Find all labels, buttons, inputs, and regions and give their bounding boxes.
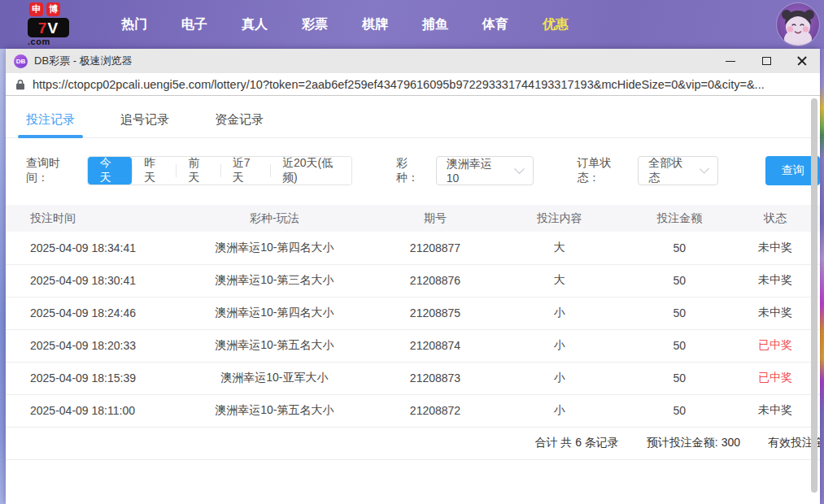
logo-7v: 7 V	[28, 18, 69, 37]
cell-amount: 50	[629, 264, 730, 297]
cell-issue: 21208876	[380, 264, 490, 297]
cell-content: 小	[490, 362, 629, 394]
table-row: 2025-04-09 18:34:41 澳洲幸运10-第四名大小 2120887…	[6, 232, 820, 264]
browser-address-bar[interactable]: https://ctopcp02pcali.uengi5e.com/lotter…	[6, 73, 820, 96]
cell-status: 已中奖	[730, 362, 820, 394]
site-logo[interactable]: 申 博 7 V .com	[28, 2, 75, 46]
nav-item-sports[interactable]: 体育	[471, 16, 520, 33]
chevron-down-icon	[700, 163, 709, 173]
tab-label: 追号记录	[120, 112, 169, 128]
nav-item-promos[interactable]: 优惠	[531, 16, 580, 33]
cell-issue: 21208873	[380, 362, 490, 394]
cell-issue: 21208875	[380, 297, 490, 329]
table-header-row: 投注时间 彩种-玩法 期号 投注内容 投注金额 状态	[6, 205, 820, 232]
cell-game: 澳洲幸运10-亚军大小	[168, 362, 380, 394]
close-button[interactable]	[784, 49, 820, 73]
window-controls	[713, 49, 820, 73]
tab-chase-records[interactable]: 追号记录	[120, 102, 169, 137]
cell-issue: 21208877	[380, 232, 490, 264]
logo-com-suffix: .com	[28, 37, 75, 46]
cell-time: 2025-04-09 18:11:00	[6, 394, 168, 427]
minimize-icon	[726, 61, 735, 62]
col-header-status: 状态	[730, 205, 820, 232]
window-title: DB彩票 - 极速浏览器	[34, 54, 133, 68]
cell-status: 未中奖	[730, 394, 820, 427]
browser-title-bar[interactable]: DB DB彩票 - 极速浏览器	[6, 49, 820, 73]
cell-amount: 50	[629, 394, 730, 427]
cell-amount: 50	[629, 329, 730, 362]
nav-item-slots[interactable]: 电子	[170, 16, 219, 33]
logo-vee: V	[47, 20, 59, 36]
time-option-daybefore[interactable]: 前天	[176, 157, 220, 185]
logo-badge-2: 博	[46, 2, 60, 16]
cell-amount: 50	[629, 232, 730, 264]
cell-content: 小	[490, 394, 629, 427]
cell-time: 2025-04-09 18:20:33	[6, 329, 168, 362]
cell-content: 大	[490, 232, 629, 264]
col-header-amount: 投注金额	[629, 205, 730, 232]
order-status-select[interactable]: 全部状态	[638, 156, 718, 185]
logo-badges: 申 博	[28, 2, 75, 16]
cell-issue: 21208872	[380, 394, 490, 427]
cell-time: 2025-04-09 18:30:41	[6, 264, 168, 297]
time-option-yesterday[interactable]: 昨天	[132, 157, 176, 185]
cell-content: 大	[490, 264, 629, 297]
tab-fund-records[interactable]: 资金记录	[215, 102, 264, 137]
cell-status: 未中奖	[730, 264, 820, 297]
logo-seven: 7	[38, 20, 48, 36]
ssl-lock-icon	[15, 79, 25, 90]
table-row: 2025-04-09 18:30:41 澳洲幸运10-第三名大小 2120887…	[6, 264, 820, 297]
summary-expected-amount: 预计投注金额: 300	[647, 436, 740, 450]
time-option-today[interactable]: 今天	[88, 157, 132, 185]
avatar-cartoon-image	[777, 3, 819, 46]
nav-item-fishing[interactable]: 捕鱼	[411, 16, 460, 33]
col-header-time: 投注时间	[6, 205, 168, 232]
time-range-group: 今天 昨天 前天 近7天 近20天(低频)	[87, 156, 353, 185]
lottery-type-value: 澳洲幸运10	[447, 157, 504, 185]
cell-status: 未中奖	[730, 232, 820, 264]
maximize-button[interactable]	[748, 49, 784, 73]
nav-item-live[interactable]: 真人	[230, 16, 279, 33]
table-row: 2025-04-09 18:11:00 澳洲幸运10-第五名大小 2120887…	[6, 394, 820, 427]
lottery-type-label: 彩种：	[396, 156, 428, 185]
user-avatar[interactable]	[777, 3, 819, 46]
cell-issue: 21208874	[380, 329, 490, 362]
cell-game: 澳洲幸运10-第三名大小	[168, 264, 380, 297]
bet-records-table: 投注时间 彩种-玩法 期号 投注内容 投注金额 状态 2025-04-09 18…	[6, 205, 820, 428]
lottery-type-select[interactable]: 澳洲幸运10	[436, 156, 534, 185]
nav-item-cards[interactable]: 棋牌	[351, 16, 399, 33]
filter-bar: 查询时间： 今天 昨天 前天 近7天 近20天(低频) 彩种： 澳洲幸运10 订…	[26, 156, 820, 185]
cell-status: 已中奖	[730, 329, 820, 362]
logo-badge-1: 申	[29, 2, 43, 16]
nav-item-hot[interactable]: 热门	[110, 16, 159, 33]
browser-window: DB DB彩票 - 极速浏览器 https://ctopcp02pcali.ue…	[6, 49, 820, 504]
url-text[interactable]: https://ctopcp02pcali.uengi5e.com/lotter…	[33, 78, 765, 91]
time-option-20days[interactable]: 近20天(低频)	[270, 157, 351, 185]
time-option-7days[interactable]: 近7天	[220, 157, 270, 185]
cell-content: 小	[490, 297, 629, 329]
cell-game: 澳洲幸运10-第四名大小	[168, 297, 380, 329]
cell-time: 2025-04-09 18:34:41	[6, 232, 168, 264]
cell-time: 2025-04-09 18:15:39	[6, 362, 168, 394]
background-page-edge-left	[0, 49, 6, 504]
table-summary-row: 合计 共 6 条记录 预计投注金额: 300 有效投注金	[6, 428, 820, 460]
record-tabs: 投注记录 追号记录 资金记录	[6, 102, 820, 138]
table-row: 2025-04-09 18:24:46 澳洲幸运10-第四名大小 2120887…	[6, 297, 820, 329]
close-icon	[797, 56, 807, 66]
site-top-bar: 申 博 7 V .com 热门 电子 真人 彩票 棋牌 捕鱼 体育 优惠	[0, 0, 824, 49]
order-status-value: 全部状态	[648, 156, 690, 185]
minimize-button[interactable]	[713, 49, 748, 73]
summary-total-records: 合计 共 6 条记录	[534, 436, 618, 450]
cell-amount: 50	[629, 297, 730, 329]
col-header-game: 彩种-玩法	[168, 205, 380, 232]
table-row: 2025-04-09 18:20:33 澳洲幸运10-第五名大小 2120887…	[6, 329, 820, 362]
background-page-edge-right	[820, 49, 824, 504]
cell-game: 澳洲幸运10-第五名大小	[168, 329, 380, 362]
cell-status: 未中奖	[730, 297, 820, 329]
col-header-content: 投注内容	[490, 205, 629, 232]
site-favicon-icon: DB	[14, 54, 28, 68]
nav-item-lottery[interactable]: 彩票	[290, 16, 339, 33]
vertical-scrollbar[interactable]	[811, 98, 817, 493]
cell-game: 澳洲幸运10-第五名大小	[168, 394, 380, 427]
tab-bet-records[interactable]: 投注记录	[26, 102, 75, 137]
